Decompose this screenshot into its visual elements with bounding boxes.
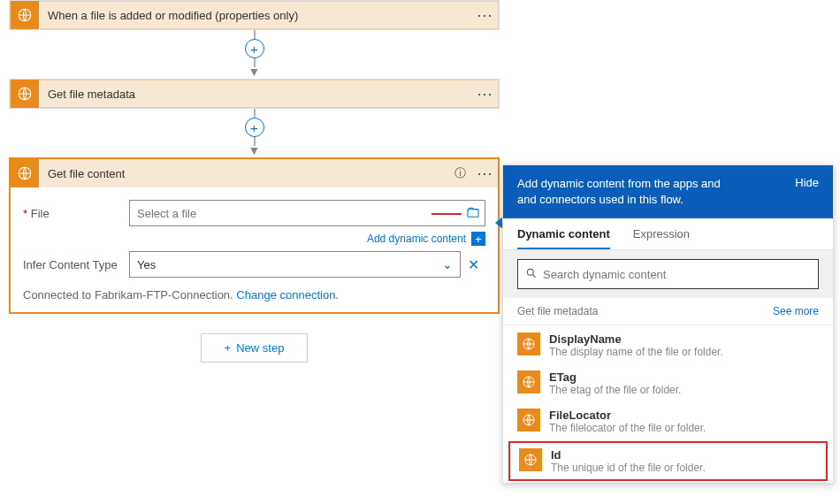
search-box[interactable] — [517, 259, 819, 289]
plus-icon: + — [225, 341, 232, 355]
dropdown-value: Yes — [137, 258, 442, 271]
tab-dynamic-content[interactable]: Dynamic content — [517, 227, 610, 249]
search-icon — [525, 267, 538, 282]
infer-label: Infer Content Type — [23, 258, 129, 271]
section-header: Get file metadata See more — [503, 298, 833, 325]
change-connection-link[interactable]: Change connection. — [236, 288, 339, 302]
info-icon[interactable]: ⓘ — [448, 165, 471, 181]
connector: + ▼ — [9, 30, 500, 79]
connector-icon — [11, 1, 39, 29]
flyout-header: Add dynamic content from the apps and an… — [503, 165, 833, 218]
spellcheck-underline — [431, 213, 462, 215]
card-title: Get file metadata — [39, 88, 471, 101]
card-header[interactable]: Get file content ⓘ ⋯ — [11, 159, 498, 187]
infer-dropdown[interactable]: Yes ⌄ — [129, 251, 461, 278]
step-card-getcontent[interactable]: Get file content ⓘ ⋯ * File Add dynamic … — [9, 157, 500, 314]
add-step-button[interactable]: + — [245, 118, 264, 137]
arrow-down-icon: ▼ — [248, 143, 261, 157]
connector: + ▼ — [9, 109, 500, 157]
svg-rect-3 — [468, 209, 478, 217]
dynamic-content-flyout: Add dynamic content from the apps and an… — [502, 164, 834, 484]
file-input[interactable] — [129, 200, 485, 226]
dynamic-content-item[interactable]: DisplayName The display name of the file… — [508, 327, 828, 363]
new-step-button[interactable]: + New step — [201, 333, 309, 363]
dynamic-content-item[interactable]: FileLocator The filelocator of the file … — [508, 403, 828, 439]
search-input[interactable] — [543, 268, 811, 281]
connector-icon — [519, 448, 542, 471]
folder-picker-icon[interactable] — [462, 205, 485, 222]
connector-icon — [517, 409, 540, 431]
card-header[interactable]: Get file metadata ⋯ — [10, 80, 499, 108]
connector-icon — [517, 370, 540, 393]
tab-row: Dynamic content Expression — [503, 218, 833, 250]
connector-icon — [11, 159, 39, 187]
add-dynamic-plus-icon[interactable]: + — [471, 232, 485, 246]
dynamic-content-item-id[interactable]: Id The unique id of the file or folder. — [508, 441, 828, 481]
connector-icon — [11, 80, 39, 108]
svg-point-4 — [527, 269, 533, 275]
file-label: * File — [23, 207, 129, 220]
add-step-button[interactable]: + — [245, 39, 264, 58]
add-dynamic-content-link[interactable]: Add dynamic content — [367, 233, 466, 245]
trigger-card[interactable]: When a file is added or modified (proper… — [9, 0, 500, 30]
tab-expression[interactable]: Expression — [633, 227, 690, 249]
card-title: When a file is added or modified (proper… — [39, 9, 471, 22]
step-card-metadata[interactable]: Get file metadata ⋯ — [9, 79, 500, 109]
hide-button[interactable]: Hide — [795, 176, 819, 189]
file-text-input[interactable] — [130, 207, 462, 220]
clear-button[interactable]: ✕ — [461, 256, 485, 273]
arrow-down-icon: ▼ — [248, 65, 261, 79]
card-header[interactable]: When a file is added or modified (proper… — [10, 1, 499, 29]
connection-info: Connected to Fabrikam-FTP-Connection. Ch… — [23, 288, 485, 302]
card-title: Get file content — [39, 167, 448, 180]
see-more-link[interactable]: See more — [773, 305, 819, 317]
chevron-down-icon: ⌄ — [442, 257, 453, 271]
dynamic-content-item[interactable]: ETag The etag of the file or folder. — [508, 365, 828, 401]
connector-icon — [517, 332, 540, 355]
